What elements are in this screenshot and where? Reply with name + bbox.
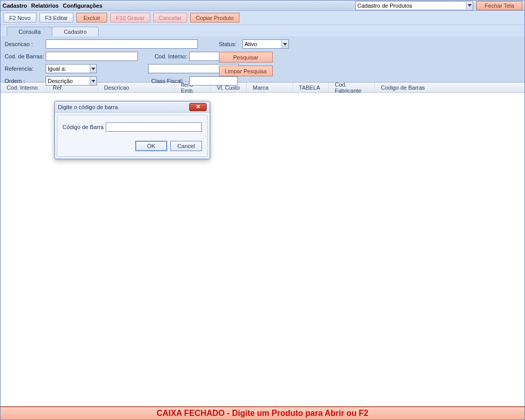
dialog-titlebar: Digite o código de barra ✕ <box>55 101 210 113</box>
ok-button[interactable]: OK <box>135 141 167 151</box>
menubar-right: Cadastro de Produtos Fechar Tela <box>355 1 522 10</box>
tab-consulta[interactable]: Consulta <box>7 27 52 36</box>
cancel-button[interactable]: Cancel <box>170 141 202 151</box>
menubar: Cadastro Relatórios Configurações Cadast… <box>1 1 524 11</box>
barcode-dialog: Digite o código de barra ✕ Código de Bar… <box>54 101 210 159</box>
dialog-title: Digite o código de barra <box>58 104 118 110</box>
col-codigobarras[interactable]: Codigo de Barras <box>375 82 431 92</box>
close-icon[interactable]: ✕ <box>189 103 207 111</box>
status-select[interactable]: Ativo <box>243 39 289 49</box>
status-footer: CAIXA FECHADO - Digite um Produto para A… <box>1 406 524 419</box>
barcode-label: Código de Barra <box>63 124 104 130</box>
copiar-produto-button[interactable]: Copiar Produto <box>190 13 239 23</box>
novo-button[interactable]: F2 Novo <box>4 13 36 23</box>
status-select-value: Ativo <box>245 41 257 47</box>
menu-cadastro[interactable]: Cadastro <box>3 3 27 9</box>
gravar-button: F10 Gravar <box>110 13 150 23</box>
referencia-select[interactable]: Igual a: <box>46 64 97 73</box>
filters-right: Status: Ativo Pesquisar Limpar Pesquisa <box>219 39 289 76</box>
chevron-down-icon <box>90 65 96 73</box>
pesquisar-button[interactable]: Pesquisar <box>219 52 273 62</box>
tab-bar: Consulta Cadastro <box>1 25 524 36</box>
col-marca[interactable]: Marca <box>247 82 293 92</box>
toolbar: F2 Novo F3 Editar Excluir F10 Gravar Can… <box>1 11 524 25</box>
codbarras-input[interactable] <box>46 52 138 61</box>
menu-relatorios[interactable]: Relatórios <box>31 3 59 9</box>
codbarras-label: Cod. de Barras: <box>5 53 46 59</box>
barcode-input[interactable] <box>106 122 202 132</box>
ordem-label: Ordem : <box>5 78 46 84</box>
fechar-tela-button[interactable]: Fechar Tela <box>476 1 522 10</box>
referencia-select-value: Igual a: <box>48 66 66 72</box>
chevron-down-icon <box>281 40 288 48</box>
codinterno-label: Cod. Interno: <box>148 53 189 59</box>
tab-cadastro[interactable]: Cadastro <box>52 27 98 36</box>
menu-configuracoes[interactable]: Configurações <box>63 3 102 9</box>
classfiscal-input[interactable] <box>189 76 238 86</box>
classfiscal-label: Class Fiscal: <box>148 78 189 84</box>
chevron-down-icon <box>90 77 96 85</box>
descricao-label: Descricao : <box>5 41 46 47</box>
ordem-select-value: Descrição <box>48 78 73 84</box>
col-tabela[interactable]: TABELA <box>293 82 329 92</box>
limpar-pesquisa-button[interactable]: Limpar Pesquisa <box>219 66 273 76</box>
dialog-body: Código de Barra OK Cancel <box>57 115 208 157</box>
screen-select-value: Cadastro de Produtos <box>357 3 412 9</box>
ordem-select[interactable]: Descrição <box>46 76 97 86</box>
chevron-down-icon <box>466 2 473 9</box>
referencia-label: Referencia: <box>5 66 46 72</box>
status-label: Status: <box>219 41 236 47</box>
editar-button[interactable]: F3 Editar <box>39 13 74 23</box>
cancelar-button: Cancelar <box>153 13 187 23</box>
col-codfabricante[interactable]: Cod. Fabricante <box>329 82 375 92</box>
filters-panel: Descricao : Cod. de Barras: Cod. Interno… <box>1 36 524 82</box>
excluir-button[interactable]: Excluir <box>76 13 107 23</box>
descricao-input[interactable] <box>46 39 198 49</box>
screen-select[interactable]: Cadastro de Produtos <box>355 1 473 10</box>
